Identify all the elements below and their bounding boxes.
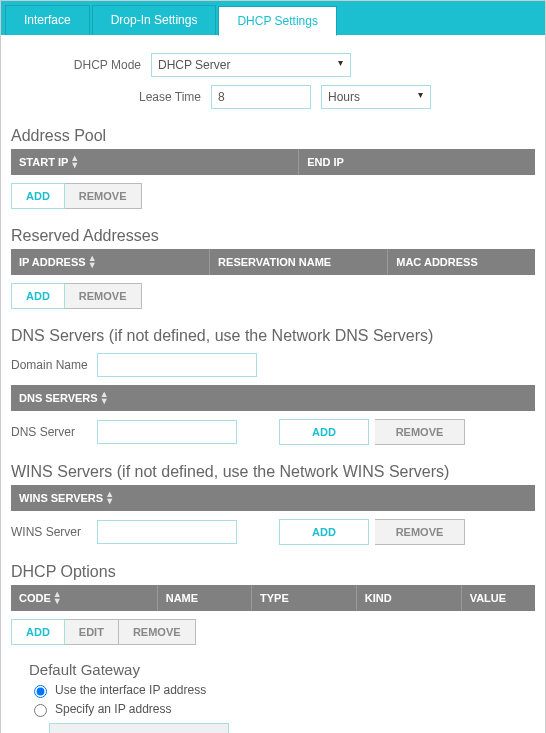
gateway-specify-radio[interactable]: [34, 704, 47, 717]
dns-add-button[interactable]: ADD: [279, 419, 369, 445]
col-kind[interactable]: KIND: [365, 592, 392, 604]
tab-interface[interactable]: Interface: [5, 5, 90, 35]
col-value[interactable]: VALUE: [470, 592, 506, 604]
dns-remove-button[interactable]: REMOVE: [375, 419, 465, 445]
address-pool-add-button[interactable]: ADD: [11, 183, 65, 209]
dhcp-mode-select[interactable]: DHCP Server: [151, 53, 351, 77]
address-pool-remove-button[interactable]: REMOVE: [65, 183, 142, 209]
col-mac-address[interactable]: MAC ADDRESS: [396, 256, 478, 268]
tab-dropin-settings[interactable]: Drop-In Settings: [92, 5, 217, 35]
reserved-title: Reserved Addresses: [11, 227, 535, 245]
gateway-ip-input[interactable]: [49, 723, 229, 733]
gateway-title: Default Gateway: [29, 661, 535, 678]
col-dns-servers[interactable]: DNS SERVERS: [19, 392, 98, 404]
reserved-header: IP ADDRESS ▲▼ RESERVATION NAME MAC ADDRE…: [11, 249, 535, 275]
wins-server-label: WINS Server: [11, 525, 91, 539]
options-title: DHCP Options: [11, 563, 535, 581]
col-reservation-name[interactable]: RESERVATION NAME: [218, 256, 331, 268]
col-ip-address[interactable]: IP ADDRESS: [19, 256, 86, 268]
wins-remove-button[interactable]: REMOVE: [375, 519, 465, 545]
dhcp-mode-label: DHCP Mode: [11, 58, 151, 72]
domain-name-label: Domain Name: [11, 358, 91, 372]
domain-name-input[interactable]: [97, 353, 257, 377]
lease-time-label: Lease Time: [11, 90, 211, 104]
col-end-ip[interactable]: END IP: [307, 156, 344, 168]
sort-icon[interactable]: ▲▼: [100, 391, 109, 405]
reserved-add-button[interactable]: ADD: [11, 283, 65, 309]
options-remove-button[interactable]: REMOVE: [119, 619, 196, 645]
dns-title: DNS Servers (if not defined, use the Net…: [11, 327, 535, 345]
dns-server-input[interactable]: [97, 420, 237, 444]
sort-icon[interactable]: ▲▼: [105, 491, 114, 505]
options-add-button[interactable]: ADD: [11, 619, 65, 645]
dns-header: DNS SERVERS ▲▼: [11, 385, 535, 411]
gateway-specify-label: Specify an IP address: [55, 702, 172, 716]
col-type[interactable]: TYPE: [260, 592, 289, 604]
col-start-ip[interactable]: START IP: [19, 156, 68, 168]
wins-header: WINS SERVERS ▲▼: [11, 485, 535, 511]
sort-icon[interactable]: ▲▼: [88, 255, 97, 269]
gateway-use-iface-label: Use the interface IP address: [55, 683, 206, 697]
col-wins-servers[interactable]: WINS SERVERS: [19, 492, 103, 504]
wins-add-button[interactable]: ADD: [279, 519, 369, 545]
address-pool-header: START IP ▲▼ END IP: [11, 149, 535, 175]
tab-dhcp-settings[interactable]: DHCP Settings: [218, 6, 336, 36]
dns-server-label: DNS Server: [11, 425, 91, 439]
sort-icon[interactable]: ▲▼: [53, 591, 62, 605]
col-name[interactable]: NAME: [166, 592, 198, 604]
gateway-use-iface-radio[interactable]: [34, 685, 47, 698]
reserved-remove-button[interactable]: REMOVE: [65, 283, 142, 309]
tab-bar: Interface Drop-In Settings DHCP Settings: [1, 1, 545, 35]
options-header: CODE ▲▼ NAME TYPE KIND VALUE: [11, 585, 535, 611]
wins-title: WINS Servers (if not defined, use the Ne…: [11, 463, 535, 481]
wins-server-input[interactable]: [97, 520, 237, 544]
sort-icon[interactable]: ▲▼: [70, 155, 79, 169]
col-code[interactable]: CODE: [19, 592, 51, 604]
options-edit-button[interactable]: EDIT: [65, 619, 119, 645]
lease-time-input[interactable]: [211, 85, 311, 109]
lease-time-unit-select[interactable]: Hours: [321, 85, 431, 109]
address-pool-title: Address Pool: [11, 127, 535, 145]
